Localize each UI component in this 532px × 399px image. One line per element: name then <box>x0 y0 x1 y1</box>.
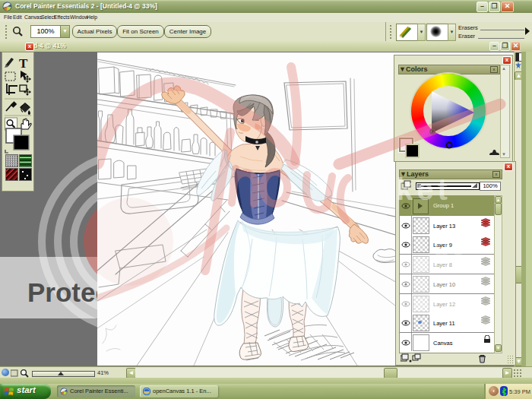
svg-text:T: T <box>19 56 28 71</box>
